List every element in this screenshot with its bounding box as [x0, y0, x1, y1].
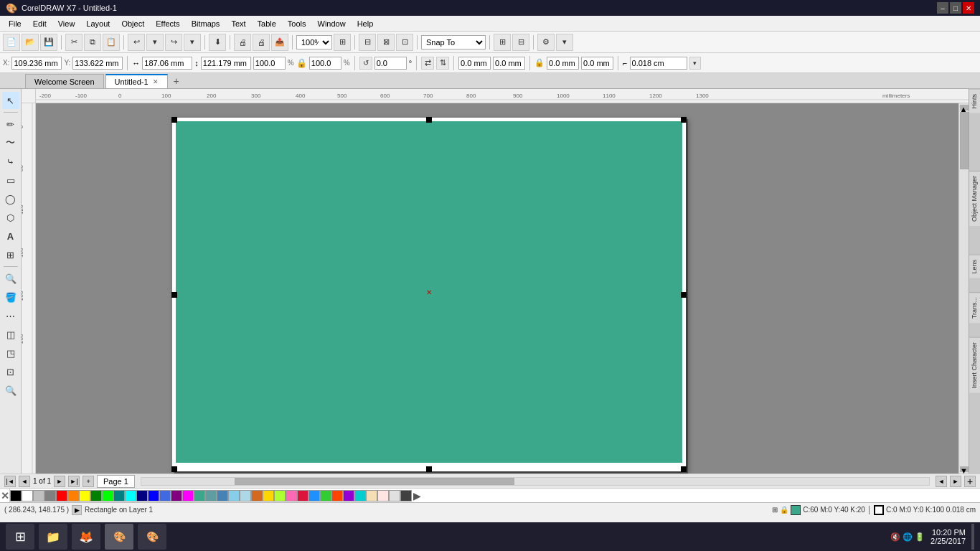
color-selected[interactable]	[194, 490, 205, 501]
color-lime[interactable]	[102, 490, 113, 501]
handle-tl[interactable]	[171, 117, 177, 123]
corner-dropdown[interactable]: ▾	[689, 57, 701, 70]
align-toggle[interactable]: ⊟	[512, 34, 529, 51]
handle-tm[interactable]	[426, 117, 432, 123]
rect-tool[interactable]: ▭	[2, 171, 19, 189]
hscroll-right[interactable]: ►	[950, 476, 961, 487]
no-fill-swatch[interactable]: ✕	[0, 489, 10, 503]
menu-effects[interactable]: Effects	[150, 18, 185, 29]
color-steelblue[interactable]	[217, 490, 228, 501]
tab-untitled[interactable]: Untitled-1 ✕	[105, 74, 168, 88]
mirror-h[interactable]: ⇄	[421, 57, 434, 70]
handle-br[interactable]	[681, 466, 687, 472]
maximize-button[interactable]: □	[950, 2, 961, 14]
pos-x1[interactable]	[458, 57, 491, 70]
minimize-button[interactable]: –	[937, 2, 948, 14]
x-input[interactable]	[11, 57, 62, 70]
curve-tool[interactable]: 〜	[2, 134, 19, 151]
zoom-select[interactable]: 100%	[296, 35, 332, 50]
menu-edit[interactable]: Edit	[27, 18, 52, 29]
pos-y2[interactable]	[581, 57, 613, 70]
color-gold[interactable]	[263, 490, 274, 501]
menu-bitmaps[interactable]: Bitmaps	[186, 18, 226, 29]
new-button[interactable]: 📄	[3, 34, 20, 51]
full-screen[interactable]: ⊡	[396, 34, 413, 51]
menu-tools[interactable]: Tools	[282, 18, 312, 29]
color-silver[interactable]	[33, 490, 44, 501]
color-darkturquoise[interactable]	[354, 490, 366, 501]
insert-character-tab[interactable]: Insert Character	[969, 337, 980, 393]
paste-button[interactable]: 📋	[103, 34, 120, 51]
corner-radius[interactable]	[630, 57, 687, 70]
redo-dropdown[interactable]: ▾	[184, 34, 201, 51]
page-first[interactable]: |◄	[4, 476, 16, 487]
publish-button[interactable]: 🖨	[234, 34, 251, 51]
color-darkgray[interactable]	[400, 490, 412, 501]
taskbar-firefox[interactable]: 🦊	[72, 524, 100, 550]
y-input[interactable]	[72, 57, 123, 70]
print-button[interactable]: 🖨	[253, 34, 270, 51]
vscroll-thumb[interactable]	[960, 112, 969, 169]
color-white[interactable]	[22, 490, 33, 501]
menu-window[interactable]: Window	[312, 18, 352, 29]
angle-input[interactable]	[374, 57, 407, 70]
width-input[interactable]	[142, 57, 192, 70]
transparency-tool[interactable]: ◫	[2, 326, 19, 343]
hscroll-thumb[interactable]	[235, 478, 514, 485]
menu-layout[interactable]: Layout	[80, 18, 116, 29]
color-teal[interactable]	[113, 490, 125, 501]
color-lightgray[interactable]	[389, 490, 400, 501]
taskbar-corel1[interactable]: 🎨	[105, 524, 133, 550]
handle-ml[interactable]	[171, 292, 177, 298]
snap-toggle[interactable]: ⊞	[494, 34, 511, 51]
pos-x2[interactable]	[547, 57, 579, 70]
lens-tab[interactable]: Lens	[969, 255, 980, 278]
palette-scroll-right[interactable]: ▶	[413, 490, 421, 501]
color-magenta[interactable]	[182, 490, 194, 501]
color-dodgerblue[interactable]	[308, 490, 320, 501]
hscrollbar[interactable]	[141, 477, 930, 486]
zoom-tool[interactable]: 🔍	[2, 382, 19, 399]
color-green[interactable]	[90, 490, 102, 501]
color-royalblue[interactable]	[159, 490, 171, 501]
color-orangered[interactable]	[331, 490, 343, 501]
import-button[interactable]: ⬇	[209, 34, 226, 51]
snap-select[interactable]: Snap To	[421, 35, 486, 50]
options-dropdown[interactable]: ▾	[556, 34, 573, 51]
undo-dropdown[interactable]: ▾	[146, 34, 164, 51]
start-button[interactable]: ⊞	[6, 524, 34, 550]
mirror-v[interactable]: ⇅	[436, 57, 449, 70]
page-tab[interactable]: Page 1	[97, 475, 135, 488]
color-gray[interactable]	[44, 490, 56, 501]
color-limegreen[interactable]	[320, 490, 331, 501]
menu-table[interactable]: Table	[252, 18, 282, 29]
stroke-color-swatch[interactable]	[874, 505, 884, 515]
taskbar-explorer[interactable]: 📁	[39, 524, 67, 550]
pos-y1[interactable]	[493, 57, 525, 70]
freehand-tool[interactable]: ✏	[2, 116, 19, 133]
tab-add-button[interactable]: +	[169, 74, 184, 88]
width-pct-input[interactable]	[253, 57, 286, 70]
color-lightblue[interactable]	[240, 490, 251, 501]
save-button[interactable]: 💾	[40, 34, 57, 51]
color-navy[interactable]	[136, 490, 148, 501]
rect-object[interactable]: ✕	[176, 121, 682, 463]
menu-object[interactable]: Object	[116, 18, 150, 29]
menu-help[interactable]: Help	[352, 18, 380, 29]
redo-button[interactable]: ↪	[165, 34, 182, 51]
color-violet[interactable]	[343, 490, 354, 501]
height-input[interactable]	[201, 57, 251, 70]
rotate-ccw[interactable]: ↺	[359, 57, 372, 70]
color-black[interactable]	[10, 490, 22, 501]
cut-button[interactable]: ✂	[65, 34, 83, 51]
color-greenyellow[interactable]	[274, 490, 286, 501]
color-red[interactable]	[56, 490, 67, 501]
color-cyan[interactable]	[125, 490, 136, 501]
fill-color-swatch[interactable]	[791, 505, 801, 515]
undo-button[interactable]: ↩	[128, 34, 145, 51]
color-orange[interactable]	[67, 490, 79, 501]
table-tool[interactable]: ⊞	[2, 246, 19, 263]
coord-options[interactable]: ▶	[72, 505, 82, 515]
tab-close-icon[interactable]: ✕	[153, 78, 159, 85]
color-hotpink[interactable]	[286, 490, 297, 501]
